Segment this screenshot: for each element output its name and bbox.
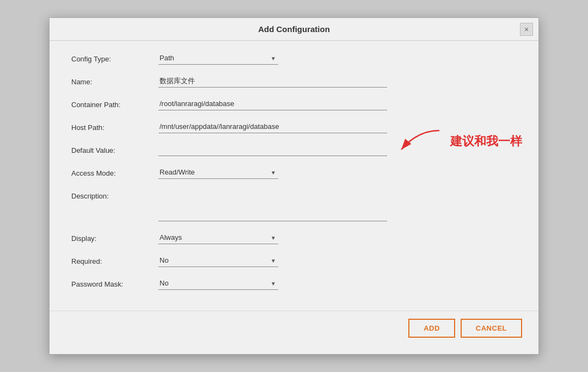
config-type-row: Config Type: Path Variable Label ▼ bbox=[71, 52, 517, 65]
required-row: Required: No Yes ▼ bbox=[71, 254, 517, 267]
dialog-footer: ADD CANCEL bbox=[50, 311, 538, 345]
name-row: Name: bbox=[71, 75, 517, 88]
access-mode-label: Access Mode: bbox=[71, 166, 158, 177]
password-mask-control: No Yes ▼ bbox=[158, 277, 387, 290]
config-type-control: Path Variable Label ▼ bbox=[158, 52, 387, 65]
display-control: Always Never Advanced ▼ bbox=[158, 231, 387, 244]
access-mode-select-wrapper: Read/Write Read Only ▼ bbox=[158, 166, 278, 179]
access-mode-row: Access Mode: Read/Write Read Only ▼ bbox=[71, 166, 517, 179]
default-value-control bbox=[158, 143, 387, 156]
required-select-wrapper: No Yes ▼ bbox=[158, 254, 278, 267]
name-input[interactable] bbox=[158, 75, 387, 88]
dialog-header: Add Configuration × bbox=[50, 18, 538, 41]
container-path-row: Container Path: bbox=[71, 97, 517, 110]
close-button[interactable]: × bbox=[520, 23, 533, 36]
annotation-text: 建议和我一样 bbox=[450, 133, 522, 150]
required-select[interactable]: No Yes bbox=[158, 254, 278, 267]
display-select-wrapper: Always Never Advanced ▼ bbox=[158, 231, 278, 244]
access-mode-select[interactable]: Read/Write Read Only bbox=[158, 166, 278, 179]
description-label: Description: bbox=[71, 189, 158, 200]
add-configuration-dialog: Add Configuration × Config Type: Path Va… bbox=[49, 17, 539, 355]
config-type-select[interactable]: Path Variable Label bbox=[158, 52, 278, 65]
display-row: Display: Always Never Advanced ▼ bbox=[71, 231, 517, 244]
config-type-select-wrapper: Path Variable Label ▼ bbox=[158, 52, 278, 65]
display-label: Display: bbox=[71, 231, 158, 243]
dialog-body: Config Type: Path Variable Label ▼ Name: bbox=[50, 41, 538, 311]
config-type-label: Config Type: bbox=[71, 52, 158, 63]
password-mask-label: Password Mask: bbox=[71, 277, 158, 288]
host-path-label: Host Path: bbox=[71, 120, 158, 132]
host-path-input[interactable] bbox=[158, 120, 387, 133]
access-mode-control: Read/Write Read Only ▼ bbox=[158, 166, 387, 179]
password-mask-row: Password Mask: No Yes ▼ bbox=[71, 277, 517, 290]
container-path-label: Container Path: bbox=[71, 97, 158, 109]
close-icon: × bbox=[524, 25, 529, 34]
dialog-title: Add Configuration bbox=[258, 24, 330, 34]
annotation-arrow-svg bbox=[396, 125, 445, 158]
default-value-label: Default Value: bbox=[71, 143, 158, 154]
description-control bbox=[158, 189, 387, 221]
add-button[interactable]: ADD bbox=[408, 319, 455, 338]
cancel-button[interactable]: CANCEL bbox=[461, 319, 522, 338]
container-path-control bbox=[158, 97, 387, 110]
annotation-container: 建议和我一样 bbox=[396, 125, 522, 158]
name-label: Name: bbox=[71, 75, 158, 86]
required-label: Required: bbox=[71, 254, 158, 265]
container-path-input[interactable] bbox=[158, 97, 387, 110]
name-control bbox=[158, 75, 387, 88]
default-value-input[interactable] bbox=[158, 143, 387, 156]
password-mask-select-wrapper: No Yes ▼ bbox=[158, 277, 278, 290]
host-path-control bbox=[158, 120, 387, 133]
required-control: No Yes ▼ bbox=[158, 254, 387, 267]
password-mask-select[interactable]: No Yes bbox=[158, 277, 278, 290]
display-select[interactable]: Always Never Advanced bbox=[158, 231, 278, 244]
description-row: Description: bbox=[71, 189, 517, 221]
description-textarea[interactable] bbox=[158, 189, 387, 221]
